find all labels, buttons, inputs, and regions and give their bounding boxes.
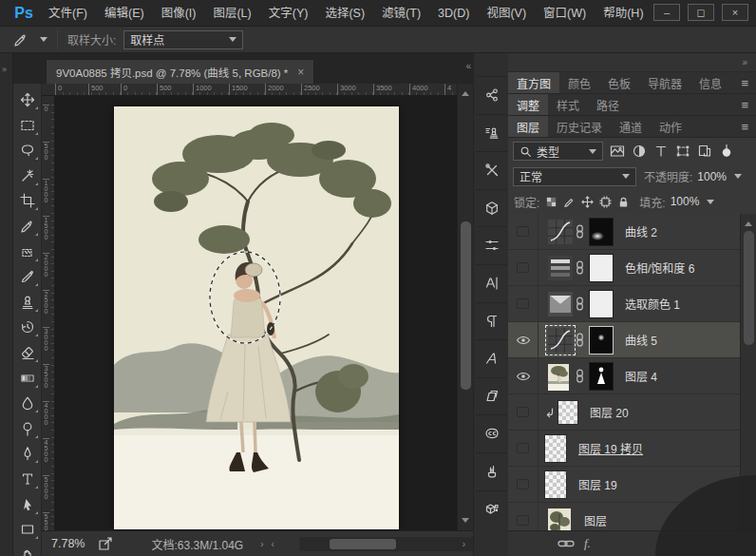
horizontal-scrollbar[interactable] xyxy=(299,537,476,551)
panel-tab-调整[interactable]: 调整 xyxy=(508,94,548,115)
history-brush-tool[interactable] xyxy=(17,316,38,337)
zoom-level-field[interactable]: 7.78% xyxy=(51,537,85,550)
document-tab[interactable]: 9V0A0885 拷贝.psd @ 7.78% (曲线 5, RGB/8) * … xyxy=(46,59,314,84)
pixel-layer-filter-icon[interactable] xyxy=(610,144,625,159)
maximize-button[interactable]: ◻ xyxy=(688,4,714,21)
blend-mode-dropdown[interactable]: 正常 xyxy=(513,167,636,186)
pen-tool[interactable] xyxy=(17,443,38,464)
panel-menu-icon[interactable]: ≡ xyxy=(741,76,748,90)
eyedropper-preset-button[interactable] xyxy=(13,32,47,48)
panel-tab-通道[interactable]: 通道 xyxy=(611,116,651,137)
status-expand-icon[interactable]: › xyxy=(260,539,263,549)
double-arrow-icon[interactable]: » xyxy=(2,65,6,74)
layer-thumbnail[interactable] xyxy=(544,434,567,463)
menu-item-5[interactable]: 文字(Y) xyxy=(260,0,317,27)
panel-menu-icon[interactable]: ≡ xyxy=(741,98,748,112)
layer-mask-thumbnail[interactable] xyxy=(589,290,614,318)
link-layers-icon[interactable] xyxy=(558,538,575,549)
panel-menu-icon[interactable]: ≡ xyxy=(741,120,748,134)
layer-thumbnail[interactable] xyxy=(548,508,573,531)
panel-tab-路径[interactable]: 路径 xyxy=(588,94,628,115)
lock-paint-icon[interactable] xyxy=(563,196,576,208)
visibility-toggle[interactable] xyxy=(508,394,539,431)
menu-item-6[interactable]: 选择(S) xyxy=(316,0,373,27)
menu-item-8[interactable]: 3D(D) xyxy=(429,0,478,27)
dodge-tool[interactable] xyxy=(17,418,38,439)
eraser-tool[interactable] xyxy=(17,342,38,363)
glyphs-icon[interactable] xyxy=(481,347,503,370)
canvas-area[interactable] xyxy=(55,96,457,530)
scroll-left-icon[interactable]: ‹ xyxy=(272,539,274,549)
scroll-right-icon[interactable]: › xyxy=(463,539,465,549)
type-tool[interactable] xyxy=(17,469,38,489)
vertical-scrollbar-thumb[interactable] xyxy=(461,221,471,390)
selective-color-thumbnail[interactable] xyxy=(548,292,573,316)
curves-thumbnail[interactable] xyxy=(548,328,573,353)
paragraph-styles-icon[interactable] xyxy=(481,385,503,408)
layer-row-2[interactable]: 色相/饱和度 6 xyxy=(508,250,740,286)
move-tool[interactable] xyxy=(17,89,38,110)
layer-row-3[interactable]: 选取颜色 1 xyxy=(508,286,740,322)
panel-tab-动作[interactable]: 动作 xyxy=(651,116,690,137)
smart-object-filter-icon[interactable] xyxy=(697,144,712,159)
menu-item-1[interactable]: 文件(F) xyxy=(40,0,96,27)
scroll-up-icon[interactable] xyxy=(462,87,469,96)
rectangle-tool[interactable] xyxy=(17,519,38,540)
clone-stamp-tool[interactable] xyxy=(17,292,38,313)
panel-tab-直方图[interactable]: 直方图 xyxy=(508,72,559,93)
brush-settings-icon[interactable] xyxy=(481,234,503,257)
menu-item-9[interactable]: 视图(V) xyxy=(478,0,535,27)
menu-item-7[interactable]: 滤镜(T) xyxy=(373,0,429,27)
layer-row-7[interactable]: 图层 19 拷贝 xyxy=(508,431,740,467)
panel-tab-样式[interactable]: 样式 xyxy=(548,94,588,115)
layer-row-1[interactable]: 曲线 2 xyxy=(508,214,740,250)
shape-layer-filter-icon[interactable] xyxy=(675,144,690,159)
3d-icon[interactable] xyxy=(481,197,503,220)
hand-tool[interactable] xyxy=(17,545,38,556)
brush-tool[interactable] xyxy=(17,266,38,287)
spot-healing-tool[interactable] xyxy=(17,241,38,262)
type-layer-filter-icon[interactable] xyxy=(653,144,669,159)
visibility-toggle[interactable] xyxy=(508,467,539,503)
panel-tab-颜色[interactable]: 颜色 xyxy=(559,72,599,93)
layer-mask-thumbnail[interactable] xyxy=(589,218,614,246)
gradient-tool[interactable] xyxy=(17,368,38,389)
character-icon[interactable] xyxy=(481,272,503,295)
panel-tab-历史记录[interactable]: 历史记录 xyxy=(548,116,611,137)
ps-logo-icon[interactable]: Ps xyxy=(8,2,40,25)
panel-tab-导航器[interactable]: 导航器 xyxy=(639,72,690,93)
menu-item-2[interactable]: 编辑(E) xyxy=(96,0,153,27)
magic-wand-tool[interactable] xyxy=(17,165,38,186)
layer-thumbnail[interactable] xyxy=(548,364,573,389)
lock-all-icon[interactable] xyxy=(617,196,630,208)
paragraph-icon[interactable] xyxy=(481,310,503,333)
visibility-toggle[interactable] xyxy=(508,358,539,394)
rectangular-marquee-tool[interactable] xyxy=(17,115,38,136)
visibility-toggle[interactable] xyxy=(508,250,539,286)
sample-size-dropdown[interactable]: 取样点 xyxy=(123,30,243,49)
path-selection-tool[interactable] xyxy=(17,494,38,515)
scroll-up-icon[interactable] xyxy=(745,218,752,226)
close-button[interactable]: × xyxy=(722,4,748,21)
share-export-icon[interactable] xyxy=(98,536,113,551)
visibility-toggle[interactable] xyxy=(508,503,539,531)
canvas-image[interactable] xyxy=(114,106,399,529)
layer-mask-thumbnail[interactable] xyxy=(589,362,614,391)
opacity-dropdown[interactable]: 100% xyxy=(697,170,742,183)
layer-row-5[interactable]: 图层 4 xyxy=(508,358,740,394)
scroll-down-icon[interactable] xyxy=(462,518,469,527)
fill-dropdown[interactable]: 100% xyxy=(671,195,715,208)
minimize-button[interactable]: – xyxy=(653,4,680,21)
menu-item-3[interactable]: 图像(I) xyxy=(153,0,205,27)
visibility-toggle[interactable] xyxy=(508,431,539,467)
lasso-tool[interactable] xyxy=(17,140,38,161)
filter-toggle-icon[interactable] xyxy=(719,144,734,159)
visibility-toggle[interactable] xyxy=(508,286,539,322)
layer-thumbnail[interactable] xyxy=(558,400,578,425)
blur-tool[interactable] xyxy=(17,393,38,413)
lock-transparency-icon[interactable] xyxy=(545,196,558,208)
creative-cloud-icon[interactable] xyxy=(481,422,503,445)
clone-source-icon[interactable] xyxy=(481,122,503,144)
tool-presets-icon[interactable] xyxy=(481,159,503,182)
hue-saturation-thumbnail[interactable] xyxy=(548,256,573,280)
